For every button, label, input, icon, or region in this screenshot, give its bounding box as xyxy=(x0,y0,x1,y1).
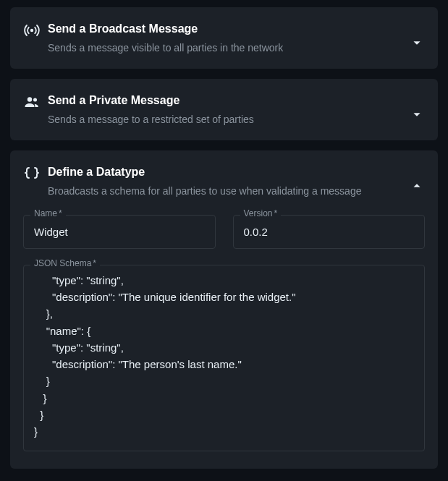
schema-field-wrapper: JSON Schema* xyxy=(23,265,425,454)
name-input[interactable] xyxy=(23,215,216,249)
datatype-title: Define a Datatype xyxy=(48,165,425,180)
datatype-header[interactable]: Define a Datatype Broadcasts a schema fo… xyxy=(23,165,425,197)
broadcast-subtitle: Sends a message visible to all parties i… xyxy=(48,41,425,54)
private-title: Send a Private Message xyxy=(48,93,425,108)
svg-point-1 xyxy=(28,97,32,101)
braces-icon xyxy=(23,165,41,182)
chevron-down-icon[interactable] xyxy=(409,35,425,51)
version-input[interactable] xyxy=(233,215,426,249)
private-header: Send a Private Message Sends a message t… xyxy=(23,93,425,126)
chevron-down-icon[interactable] xyxy=(409,106,425,122)
broadcast-header: Send a Broadcast Message Sends a message… xyxy=(23,22,425,54)
schema-label: JSON Schema* xyxy=(30,259,100,268)
version-field-wrapper: Version* xyxy=(233,215,426,249)
datatype-subtitle: Broadcasts a schema for all parties to u… xyxy=(48,184,425,197)
name-label: Name* xyxy=(30,209,66,218)
broadcast-panel[interactable]: Send a Broadcast Message Sends a message… xyxy=(10,7,438,69)
datatype-body: Name* Version* JSON Schema* xyxy=(23,215,425,454)
private-panel[interactable]: Send a Private Message Sends a message t… xyxy=(10,79,438,140)
datatype-panel: Define a Datatype Broadcasts a schema fo… xyxy=(10,150,438,469)
svg-point-2 xyxy=(33,98,37,101)
version-label: Version* xyxy=(240,209,282,218)
schema-textarea[interactable] xyxy=(23,265,425,451)
svg-point-0 xyxy=(30,29,33,32)
broadcast-title: Send a Broadcast Message xyxy=(48,22,425,37)
name-field-wrapper: Name* xyxy=(23,215,216,249)
group-icon xyxy=(23,93,41,111)
private-subtitle: Sends a message to a restricted set of p… xyxy=(48,113,425,126)
chevron-up-icon[interactable] xyxy=(409,178,425,194)
broadcast-icon xyxy=(23,22,41,39)
